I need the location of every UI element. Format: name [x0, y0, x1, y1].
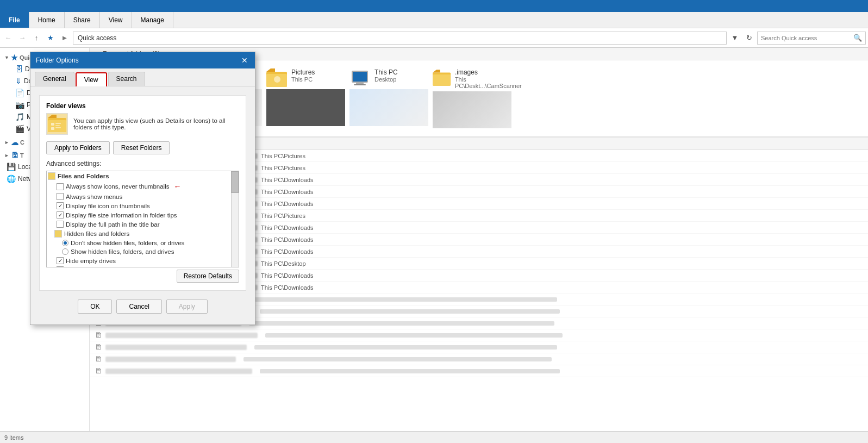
- up-button[interactable]: ↑: [30, 32, 42, 44]
- file-location-0: This PC\Pictures: [261, 153, 560, 159]
- drive-t-label: T: [20, 152, 24, 159]
- caret-icon: ▼: [4, 55, 9, 60]
- adv-item-always-show-icons[interactable]: Always show icons, never thumbnails ←: [47, 181, 239, 192]
- cat-icon-files: [48, 172, 55, 180]
- home-button[interactable]: ★: [45, 32, 57, 44]
- svg-rect-27: [55, 127, 61, 128]
- recent-row-15[interactable]: 🖹: [90, 329, 868, 341]
- tab-home[interactable]: Home: [29, 12, 65, 28]
- network-icon: 🌐: [7, 174, 16, 183]
- file-location-11: This PC\Downloads: [261, 284, 560, 291]
- address-path[interactable]: Quick access: [73, 32, 727, 45]
- radio-dont-show-hidden[interactable]: [62, 240, 68, 246]
- refresh-button[interactable]: ↻: [743, 32, 755, 44]
- dialog-tab-view[interactable]: View: [76, 72, 107, 86]
- file-location-6: This PC\Downloads: [261, 224, 560, 231]
- cancel-button[interactable]: Cancel: [116, 300, 161, 314]
- file-icon-17: 🖹: [95, 355, 102, 363]
- apply-to-folders-button[interactable]: Apply to Folders: [46, 141, 110, 154]
- dialog-tab-search[interactable]: Search: [108, 72, 145, 86]
- back-button[interactable]: ←: [2, 32, 14, 44]
- file-location-5: This PC\Pictures: [261, 213, 560, 219]
- restore-row: Restore Defaults: [46, 267, 239, 284]
- file-location-3: This PC\Downloads: [261, 189, 560, 195]
- display-file-icon-label: Display file icon on thumbnails: [66, 203, 150, 209]
- folder-views-icon: [46, 113, 68, 135]
- file-icon-18: 🖹: [95, 367, 102, 375]
- quickaccess-icon: ★: [11, 53, 18, 62]
- file-icon-16: 🖹: [95, 343, 102, 351]
- dialog-tabs: General View Search: [30, 68, 255, 86]
- checkbox-hide-extensions[interactable]: [57, 266, 64, 267]
- display-filesize-label: Display file size information in folder …: [66, 212, 177, 219]
- tab-share[interactable]: Share: [65, 12, 100, 28]
- tab-file[interactable]: File: [0, 12, 29, 28]
- always-show-menus-label: Always show menus: [66, 194, 122, 200]
- file-location-13: [260, 309, 560, 314]
- file-location-4: This PC\Downloads: [261, 201, 560, 207]
- search-input[interactable]: [761, 35, 853, 41]
- file-name-16: [105, 345, 247, 350]
- checkbox-always-show-menus[interactable]: [57, 193, 64, 200]
- dialog-footer: OK Cancel Apply: [35, 295, 251, 320]
- adv-item-display-file-icon[interactable]: Display file icon on thumbnails: [47, 201, 239, 210]
- adv-item-show-hidden[interactable]: Show hidden files, folders, and drives: [47, 247, 239, 256]
- tab-view[interactable]: View: [100, 12, 132, 28]
- svg-marker-19: [433, 70, 440, 72]
- dialog-close-button[interactable]: ✕: [240, 55, 249, 65]
- file-location-18: [260, 369, 560, 373]
- checkbox-hide-empty-drives[interactable]: [57, 257, 64, 264]
- file-location-2: This PC\Downloads: [261, 177, 560, 183]
- cat-icon-hidden: [54, 230, 62, 238]
- localdisk-icon: 💾: [7, 163, 16, 171]
- svg-rect-18: [433, 74, 451, 86]
- tab-manage[interactable]: Manage: [132, 12, 173, 28]
- checkbox-display-fullpath[interactable]: [57, 221, 64, 228]
- svg-marker-22: [48, 115, 57, 118]
- svg-rect-24: [55, 123, 61, 124]
- folder-views-description: You can apply this view (such as Details…: [73, 117, 239, 130]
- dialog-title: Folder Options: [36, 57, 79, 64]
- folder-card-thispc[interactable]: This PC Desktop: [346, 65, 424, 132]
- images-folder-icon: [433, 68, 452, 87]
- adv-item-display-filesize[interactable]: Display file size information in folder …: [47, 210, 239, 220]
- adv-scrollbar[interactable]: [231, 171, 239, 267]
- checkbox-always-show-icons[interactable]: [57, 183, 64, 190]
- apply-button[interactable]: Apply: [166, 300, 208, 314]
- music-icon: 🎵: [15, 113, 24, 121]
- adv-item-hide-extensions[interactable]: Hide extensions for known file types: [47, 265, 239, 267]
- search-icon[interactable]: 🔍: [853, 34, 862, 42]
- recent-row-16[interactable]: 🖹: [90, 341, 868, 353]
- advanced-settings-list[interactable]: Files and Folders Always show icons, nev…: [46, 171, 239, 267]
- file-name-17: [105, 357, 236, 362]
- recent-row-18[interactable]: 🖹: [90, 365, 868, 377]
- svg-rect-14: [353, 72, 367, 82]
- radio-show-hidden[interactable]: [62, 248, 68, 255]
- ok-button[interactable]: OK: [78, 300, 112, 314]
- folder-sub-thispc: Desktop: [374, 76, 398, 83]
- checkbox-display-filesize[interactable]: [57, 211, 64, 219]
- adv-item-hide-empty-drives[interactable]: Hide empty drives: [47, 256, 239, 265]
- dropdown-button[interactable]: ▼: [729, 32, 741, 44]
- caret-t: ►: [4, 153, 9, 158]
- file-name-18: [105, 369, 252, 374]
- file-location-8: This PC\Downloads: [261, 248, 560, 255]
- dialog-tab-general[interactable]: General: [35, 72, 74, 86]
- pictures-icon: 📷: [15, 101, 24, 109]
- adv-item-always-show-menus[interactable]: Always show menus: [47, 192, 239, 201]
- adv-item-display-fullpath[interactable]: Display the full path in the title bar: [47, 220, 239, 229]
- path-text: Quick access: [78, 34, 116, 42]
- folder-card-images[interactable]: .images This PC\Deskt...\CamScanner: [429, 65, 508, 132]
- folder-card-pictures[interactable]: Pictures This PC: [263, 65, 341, 132]
- checkbox-display-file-icon[interactable]: [57, 202, 64, 209]
- search-box[interactable]: 🔍: [757, 32, 866, 45]
- pictures-folder-icon: [266, 68, 288, 87]
- restore-defaults-button[interactable]: Restore Defaults: [177, 270, 239, 283]
- adv-item-dont-show-hidden[interactable]: Don't show hidden files, folders, or dri…: [47, 239, 239, 247]
- file-location-16: [254, 345, 557, 350]
- file-location-12: [254, 297, 557, 302]
- reset-folders-button[interactable]: Reset Folders: [113, 141, 170, 154]
- adv-scrollthumb[interactable]: [231, 171, 239, 193]
- forward-button[interactable]: →: [16, 32, 28, 44]
- recent-row-17[interactable]: 🖹: [90, 353, 868, 365]
